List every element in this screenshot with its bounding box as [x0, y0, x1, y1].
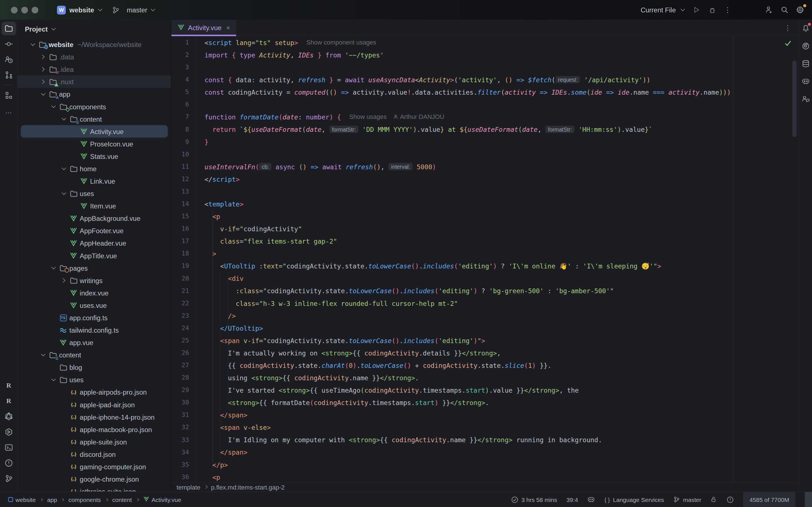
line-number[interactable]: 23: [171, 312, 189, 320]
problems-icon[interactable]: [2, 456, 16, 470]
tree-row-app-vue[interactable]: app.vue: [17, 336, 171, 349]
window-zoom-button[interactable]: [32, 6, 38, 13]
line-number[interactable]: 22: [171, 299, 189, 307]
tree-row-pages[interactable]: pages: [17, 262, 171, 274]
tree-row-link-vue[interactable]: Link.vue: [17, 175, 171, 187]
search-icon[interactable]: [777, 2, 792, 17]
line-number[interactable]: 19: [171, 262, 189, 270]
line-number[interactable]: 25: [171, 337, 189, 344]
chevron-down-icon[interactable]: [48, 105, 58, 108]
line-number[interactable]: 15: [171, 213, 189, 220]
line-number[interactable]: 32: [171, 424, 189, 431]
status-breadcrumb-website[interactable]: website: [8, 496, 36, 503]
compare-branches-icon[interactable]: [2, 68, 16, 82]
wakatime-widget[interactable]: 3 hrs 58 mins: [511, 496, 557, 503]
line-number[interactable]: 14: [171, 200, 189, 208]
tree-row--nuxt[interactable]: .nuxt: [17, 75, 171, 88]
line-number[interactable]: 21: [171, 287, 189, 294]
code-with-me-icon[interactable]: [801, 94, 811, 103]
line-number[interactable]: 9: [171, 138, 189, 145]
copilot-status-icon[interactable]: [587, 496, 595, 503]
project-folder-icon[interactable]: [2, 22, 16, 35]
commit-icon[interactable]: [2, 37, 16, 51]
settings-gear-icon[interactable]: [792, 2, 808, 17]
services-icon[interactable]: [2, 425, 16, 439]
debug-button[interactable]: [704, 2, 720, 17]
tree-row--data[interactable]: .data: [17, 51, 171, 63]
line-number[interactable]: 35: [171, 461, 189, 468]
line-number[interactable]: 29: [171, 386, 189, 394]
structure-icon[interactable]: [2, 89, 16, 102]
chevron-right-icon[interactable]: [58, 279, 68, 282]
tree-row-content[interactable]: ☰content: [17, 113, 171, 125]
tree-row-proseicon-vue[interactable]: ProseIcon.vue: [17, 138, 171, 150]
language-services-widget[interactable]: { } Language Services: [605, 496, 664, 503]
run-configuration[interactable]: Current File: [641, 6, 676, 14]
status-breadcrumb-activity-vue[interactable]: Activity.vue: [143, 496, 181, 503]
tree-row-gaming-computer-json[interactable]: {..}gaming-computer.json: [17, 460, 171, 473]
chevron-down-icon[interactable]: [27, 43, 38, 46]
tree-row-activity-vue[interactable]: Activity.vue: [17, 125, 171, 137]
chevron-down-icon[interactable]: [48, 267, 58, 270]
line-number[interactable]: 31: [171, 411, 189, 418]
line-number[interactable]: 24: [171, 325, 189, 332]
r-plugin-icon[interactable]: R: [2, 379, 16, 392]
terminal-icon[interactable]: [2, 441, 16, 454]
breadcrumb-element[interactable]: p.flex.md:items-start.gap-2: [211, 483, 285, 491]
tree-row-writings[interactable]: writings: [17, 274, 171, 286]
users-question-icon[interactable]: ?: [2, 53, 16, 66]
add-user-icon[interactable]: [761, 2, 777, 17]
run-button[interactable]: [689, 2, 704, 17]
line-number[interactable]: 30: [171, 399, 189, 406]
project-panel-title[interactable]: Project: [25, 25, 48, 33]
code-vision-hint[interactable]: Arthur DANJOU: [400, 113, 444, 121]
tree-row-apple-suite-json[interactable]: {..}apple-suite.json: [17, 436, 171, 448]
branch-name[interactable]: master: [126, 6, 147, 14]
tree-row-apple-ipad-air-json[interactable]: {..}apple-ipad-air.json: [17, 398, 171, 411]
chevron-right-icon[interactable]: [37, 68, 48, 71]
line-number[interactable]: 12: [171, 175, 189, 183]
line-number[interactable]: 5: [171, 89, 189, 96]
problems-status-icon[interactable]: [726, 496, 734, 503]
editor-scrollbar[interactable]: [792, 61, 797, 137]
tree-row-stats-vue[interactable]: Stats.vue: [17, 150, 171, 163]
line-number[interactable]: 11: [171, 163, 189, 170]
code-vision-hint[interactable]: Show usages: [349, 113, 387, 121]
tree-row--idea[interactable]: IJ.idea: [17, 63, 171, 75]
line-number[interactable]: 7: [171, 113, 189, 121]
status-breadcrumb-content[interactable]: content: [112, 496, 132, 503]
status-breadcrumb-app[interactable]: app: [47, 496, 57, 503]
chevron-down-icon[interactable]: [58, 117, 68, 121]
line-number[interactable]: 4: [171, 76, 189, 83]
memory-indicator[interactable]: 4585 of 7700M: [743, 492, 795, 507]
status-breadcrumb-components[interactable]: components: [68, 496, 101, 503]
window-minimize-button[interactable]: [21, 6, 28, 13]
tree-row-blog[interactable]: blog: [17, 361, 171, 374]
graphql-icon[interactable]: [2, 410, 16, 424]
chevron-down-icon[interactable]: [48, 378, 58, 381]
close-icon[interactable]: ×: [226, 24, 230, 32]
tree-row-discord-json[interactable]: {..}discord.json: [17, 448, 171, 460]
tree-row-apple-macbook-pro-json[interactable]: {..}apple-macbook-pro.json: [17, 423, 171, 436]
chevron-right-icon[interactable]: [37, 55, 48, 59]
code-editor[interactable]: 1<script lang="ts" setup>Show component …: [171, 36, 799, 482]
line-number[interactable]: 17: [171, 237, 189, 245]
line-number[interactable]: 34: [171, 448, 189, 456]
tree-row-tailwind-config-ts[interactable]: tailwind.config.ts: [17, 324, 171, 336]
tree-row-uses[interactable]: uses: [17, 187, 171, 200]
tree-row-app[interactable]: Λapp: [17, 88, 171, 100]
ai-assistant-icon[interactable]: [801, 41, 811, 51]
line-number[interactable]: 10: [171, 151, 189, 158]
line-number[interactable]: 33: [171, 436, 189, 443]
tree-row-index-vue[interactable]: index.vue: [17, 287, 171, 299]
tree-row-app-config-ts[interactable]: TSapp.config.ts: [17, 312, 171, 324]
git-branch-widget[interactable]: master: [673, 496, 701, 503]
chevron-down-icon[interactable]: [58, 192, 68, 195]
tree-row-appfooter-vue[interactable]: AppFooter.vue: [17, 224, 171, 237]
caret-position[interactable]: 39:4: [566, 496, 578, 503]
breadcrumb-template[interactable]: template: [176, 483, 200, 491]
chevron-down-icon[interactable]: [37, 93, 48, 96]
code-vision-hint[interactable]: Show component usages: [306, 39, 376, 46]
line-number[interactable]: 3: [171, 64, 189, 71]
line-number[interactable]: 1: [171, 39, 189, 46]
